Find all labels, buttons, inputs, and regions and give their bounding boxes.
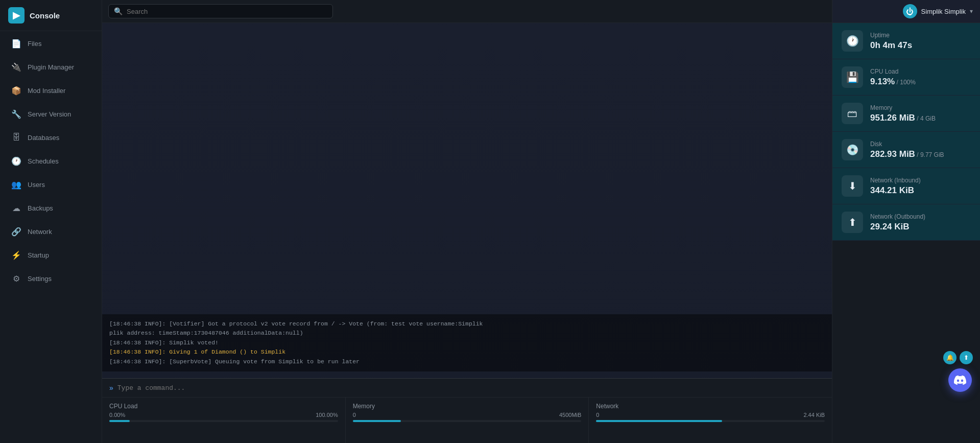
main-content: 🔍 [18:46:38 INFO]: [Votifier] Got a prot… xyxy=(102,0,832,443)
user-menu[interactable]: ⏻ Simplik Simplik ▾ xyxy=(903,4,973,18)
sidebar-item-server-version[interactable]: 🔧 Server Version xyxy=(3,103,99,125)
sidebar-item-settings[interactable]: ⚙ Settings xyxy=(3,267,99,290)
bottom-stat-fill-cpu-load xyxy=(109,420,130,422)
sidebar-nav: 📄 Files 🔌 Plugin Manager 📦 Mod Installer… xyxy=(0,31,102,291)
settings-icon: ⚙ xyxy=(11,273,21,284)
disk-suffix: / 9.77 GiB xyxy=(915,151,944,158)
stat-card-memory: 🗃 Memory 951.26 MiB / 4 GiB xyxy=(832,96,980,132)
sidebar-item-network[interactable]: 🔗 Network xyxy=(3,220,99,243)
discord-fab[interactable] xyxy=(948,368,972,392)
topbar: 🔍 xyxy=(102,0,832,23)
network-inbound-value: 344.21 KiB xyxy=(870,185,921,196)
bottom-stat-max-memory: 4500MiB xyxy=(559,412,581,418)
chevron-down-icon: ▾ xyxy=(970,8,973,15)
bottom-stat-range-network: 0 2.44 KiB xyxy=(596,412,825,418)
user-avatar-icon: ⏻ xyxy=(903,4,917,18)
sidebar-item-users[interactable]: 👥 Users xyxy=(3,173,99,196)
sidebar-label-backups: Backups xyxy=(28,204,53,212)
uptime-value: 0h 4m 47s xyxy=(870,40,912,51)
upload-icon[interactable]: ⬆ xyxy=(960,351,973,364)
console-area: [18:46:38 INFO]: [Votifier] Got a protoc… xyxy=(102,23,832,397)
bottom-stat-cpu-load: CPU Load 0.00% 100.00% xyxy=(102,398,346,443)
network-outbound-title: Network (Outbound) xyxy=(870,213,925,220)
network-inbound-info: Network (Inbound) 344.21 KiB xyxy=(870,177,921,196)
bottom-stat-title-memory: Memory xyxy=(353,403,582,410)
stat-card-network-outbound: ⬆ Network (Outbound) 29.24 KiB xyxy=(832,204,980,241)
cpu-icon: 💾 xyxy=(842,66,863,88)
console-log-line: [18:46:38 INFO]: Simplik voted! xyxy=(109,338,825,347)
bell-icon[interactable]: 🔔 xyxy=(943,351,957,364)
right-topbar: ⏻ Simplik Simplik ▾ xyxy=(832,0,980,23)
sidebar-label-users: Users xyxy=(28,181,45,189)
sidebar: ▶ Console 📄 Files 🔌 Plugin Manager 📦 Mod… xyxy=(0,0,102,443)
search-box[interactable]: 🔍 xyxy=(108,4,333,18)
search-input[interactable] xyxy=(127,8,327,15)
user-name: Simplik Simplik xyxy=(921,8,966,15)
bottom-stat-min-network: 0 xyxy=(596,412,599,418)
cpu-suffix: / 100% xyxy=(895,79,916,86)
uptime-info: Uptime 0h 4m 47s xyxy=(870,32,912,51)
bottom-stat-min-memory: 0 xyxy=(353,412,356,418)
startup-icon: ⚡ xyxy=(11,250,21,260)
sidebar-label-server-version: Server Version xyxy=(28,110,71,118)
stat-card-network-inbound: ⬇ Network (Inbound) 344.21 KiB xyxy=(832,168,980,204)
bottom-stat-bar-cpu-load xyxy=(109,420,338,422)
memory-suffix: / 4 GiB xyxy=(915,115,936,122)
network-outbound-value: 29.24 KiB xyxy=(870,222,925,232)
disk-icon: 💿 xyxy=(842,139,863,160)
notification-icons: 🔔 ⬆ xyxy=(943,351,973,364)
cpu-value: 9.13% / 100% xyxy=(870,77,916,87)
bottom-stat-title-cpu-load: CPU Load xyxy=(109,403,338,410)
databases-icon: 🗄 xyxy=(11,132,21,143)
stat-card-uptime: 🕐 Uptime 0h 4m 47s xyxy=(832,23,980,59)
bottom-stat-range-cpu-load: 0.00% 100.00% xyxy=(109,412,338,418)
command-bar: » xyxy=(102,378,832,397)
command-input[interactable] xyxy=(117,384,825,392)
disk-info: Disk 282.93 MiB / 9.77 GiB xyxy=(870,141,944,159)
backups-icon: ☁ xyxy=(11,203,21,213)
console-log-line: [18:46:38 INFO]: [Votifier] Got a protoc… xyxy=(109,319,825,329)
bottom-stat-max-cpu-load: 100.00% xyxy=(316,412,338,418)
bottom-stats-row: CPU Load 0.00% 100.00% Memory 0 4500MiB … xyxy=(102,397,832,443)
sidebar-label-settings: Settings xyxy=(28,275,52,283)
bottom-stat-min-cpu-load: 0.00% xyxy=(109,412,125,418)
files-icon: 📄 xyxy=(11,38,21,49)
bottom-stat-memory: Memory 0 4500MiB xyxy=(346,398,589,443)
memory-value: 951.26 MiB / 4 GiB xyxy=(870,113,936,123)
sidebar-item-schedules[interactable]: 🕐 Schedules xyxy=(3,150,99,172)
sidebar-item-backups[interactable]: ☁ Backups xyxy=(3,197,99,219)
bottom-stat-fill-network xyxy=(596,420,722,422)
sidebar-label-files: Files xyxy=(28,40,41,48)
cpu-title: CPU Load xyxy=(870,68,916,75)
sidebar-label-startup: Startup xyxy=(28,251,49,259)
network-inbound-title: Network (Inbound) xyxy=(870,177,921,184)
sidebar-item-mod-installer[interactable]: 📦 Mod Installer xyxy=(3,79,99,102)
bottom-stat-max-network: 2.44 KiB xyxy=(803,412,825,418)
network-inbound-icon: ⬇ xyxy=(842,175,863,197)
network-icon: 🔗 xyxy=(11,226,21,237)
uptime-title: Uptime xyxy=(870,32,912,39)
sidebar-item-plugin-manager[interactable]: 🔌 Plugin Manager xyxy=(3,56,99,78)
cpu-info: CPU Load 9.13% / 100% xyxy=(870,68,916,87)
stat-cards: 🕐 Uptime 0h 4m 47s 💾 CPU Load 9.13% / 10… xyxy=(832,23,980,241)
sidebar-logo[interactable]: ▶ Console xyxy=(0,0,102,31)
sidebar-label-network: Network xyxy=(28,228,52,236)
bottom-stat-fill-memory xyxy=(353,420,401,422)
disk-value: 282.93 MiB / 9.77 GiB xyxy=(870,149,944,159)
console-log-line: [18:46:38 INFO]: Giving 1 of Diamond () … xyxy=(109,347,825,357)
network-outbound-icon: ⬆ xyxy=(842,212,863,233)
sidebar-item-files[interactable]: 📄 Files xyxy=(3,32,99,55)
bottom-stat-title-network: Network xyxy=(596,403,825,410)
sidebar-item-databases[interactable]: 🗄 Databases xyxy=(3,126,99,149)
bottom-stat-bar-network xyxy=(596,420,825,422)
server-version-icon: 🔧 xyxy=(11,109,21,119)
mod-installer-icon: 📦 xyxy=(11,85,21,96)
uptime-icon: 🕐 xyxy=(842,30,863,52)
sidebar-item-startup[interactable]: ⚡ Startup xyxy=(3,244,99,266)
command-prompt-icon: » xyxy=(109,384,113,392)
sidebar-label-schedules: Schedules xyxy=(28,157,59,165)
sidebar-label-databases: Databases xyxy=(28,134,59,142)
plugin-manager-icon: 🔌 xyxy=(11,62,21,72)
sidebar-label-mod-installer: Mod Installer xyxy=(28,87,65,95)
logo-text: Console xyxy=(30,11,60,20)
